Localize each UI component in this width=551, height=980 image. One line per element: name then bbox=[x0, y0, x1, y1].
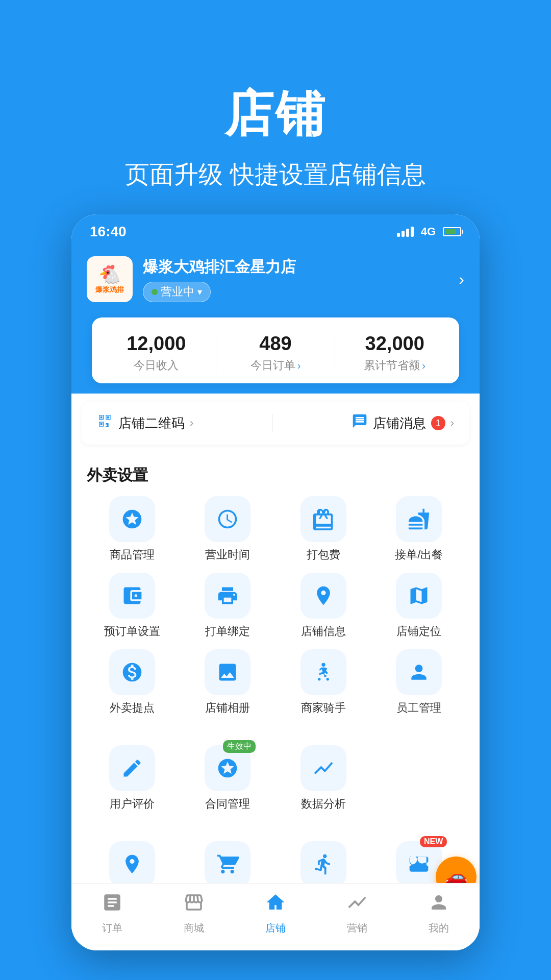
voucher-badge: NEW bbox=[420, 836, 447, 847]
print-label: 打单绑定 bbox=[205, 624, 250, 639]
analytics-label: 数据分析 bbox=[301, 796, 346, 812]
middle-section: 用户评价 生效中 合同管理 bbox=[71, 733, 480, 824]
packing-label: 打包费 bbox=[307, 547, 340, 562]
message-arrow: › bbox=[450, 416, 454, 430]
contract-icon: 生效中 bbox=[205, 745, 251, 791]
tip-label: 外卖提点 bbox=[110, 700, 155, 716]
page-title: 店铺 bbox=[0, 82, 551, 148]
nav-mine-label: 我的 bbox=[429, 921, 449, 935]
phone-bottom-nav: 订单 商城 店铺 bbox=[71, 883, 480, 950]
store-header[interactable]: 🐔 爆浆鸡排 爆浆大鸡排汇金星力店 营业中 ▾ › bbox=[71, 246, 480, 317]
store-arrow-icon[interactable]: › bbox=[459, 270, 464, 289]
item-contract[interactable]: 生效中 合同管理 bbox=[183, 745, 273, 812]
message-label: 店铺消息 bbox=[373, 414, 426, 432]
nav-store-icon bbox=[265, 892, 286, 918]
signal-bars bbox=[397, 227, 414, 237]
stats-card: 12,000 今日收入 489 今日订单 › 32,000 累计节省额 › bbox=[92, 317, 459, 383]
network-label: 4G bbox=[421, 225, 436, 238]
nav-mine[interactable]: 我的 bbox=[398, 892, 480, 935]
stat-revenue-value: 12,000 bbox=[102, 333, 211, 355]
rider-label: 商家骑手 bbox=[301, 700, 346, 716]
message-icon bbox=[352, 413, 368, 433]
nav-shop-icon bbox=[183, 892, 205, 918]
group-buy-icon bbox=[109, 841, 155, 887]
store-info-label: 店铺信息 bbox=[301, 624, 346, 639]
qr-label: 店铺二维码 bbox=[118, 414, 185, 432]
rider-icon bbox=[300, 649, 346, 695]
item-accept-order[interactable]: 接单/出餐 bbox=[374, 496, 465, 562]
review-icon bbox=[109, 745, 155, 791]
stat-revenue-label: 今日收入 bbox=[102, 358, 211, 373]
hours-label: 营业时间 bbox=[205, 547, 250, 562]
qr-arrow: › bbox=[190, 416, 193, 430]
status-chevron: ▾ bbox=[197, 286, 202, 298]
bag-icon bbox=[300, 496, 346, 542]
item-analytics[interactable]: 数据分析 bbox=[278, 745, 369, 812]
message-badge: 1 bbox=[431, 416, 445, 430]
battery-icon bbox=[443, 227, 461, 236]
status-dot bbox=[152, 289, 158, 295]
item-rider[interactable]: 商家骑手 bbox=[278, 649, 369, 716]
errand-icon bbox=[300, 841, 346, 887]
nav-mine-icon bbox=[428, 892, 449, 918]
nav-orders-label: 订单 bbox=[102, 921, 122, 935]
store-name: 爆浆大鸡排汇金星力店 bbox=[143, 257, 454, 278]
item-packing-fee[interactable]: 打包费 bbox=[278, 496, 369, 562]
product-label: 商品管理 bbox=[110, 547, 155, 562]
scan-icon bbox=[205, 841, 251, 887]
status-badge[interactable]: 营业中 ▾ bbox=[143, 282, 211, 302]
status-bar: 16:40 4G bbox=[71, 214, 480, 246]
item-product-mgmt[interactable]: 商品管理 bbox=[87, 496, 178, 562]
location-icon bbox=[396, 573, 442, 619]
item-bind-print[interactable]: 打单绑定 bbox=[183, 573, 273, 639]
fork-icon bbox=[396, 496, 442, 542]
nav-orders-icon bbox=[102, 892, 123, 918]
stat-savings-label: 累计节省额 › bbox=[340, 358, 449, 373]
nav-marketing[interactable]: 营销 bbox=[316, 892, 398, 935]
item-store-info[interactable]: 店铺信息 bbox=[278, 573, 369, 639]
photo-icon bbox=[205, 649, 251, 695]
staff-label: 员工管理 bbox=[396, 700, 441, 716]
item-delivery-tip[interactable]: 外卖提点 bbox=[87, 649, 178, 716]
nav-store-label: 店铺 bbox=[265, 921, 286, 935]
item-store-location[interactable]: 店铺定位 bbox=[374, 573, 465, 639]
location-label: 店铺定位 bbox=[396, 624, 441, 639]
delivery-section: 外卖设置 商品管理 bbox=[71, 453, 480, 728]
nav-marketing-icon bbox=[346, 892, 368, 918]
item-reviews[interactable]: 用户评价 bbox=[87, 745, 178, 812]
staff-icon bbox=[396, 649, 442, 695]
delivery-section-title: 外卖设置 bbox=[87, 465, 464, 486]
stat-savings[interactable]: 32,000 累计节省额 › bbox=[340, 333, 449, 373]
item-store-photos[interactable]: 店铺相册 bbox=[183, 649, 273, 716]
photo-label: 店铺相册 bbox=[205, 700, 250, 716]
print-icon bbox=[205, 573, 251, 619]
contract-label: 合同管理 bbox=[205, 796, 250, 812]
qr-icon bbox=[97, 413, 113, 433]
product-icon bbox=[109, 496, 155, 542]
contract-badge: 生效中 bbox=[223, 740, 256, 753]
item-staff[interactable]: 员工管理 bbox=[374, 649, 465, 716]
store-info-icon bbox=[300, 573, 346, 619]
review-label: 用户评价 bbox=[110, 796, 155, 812]
status-time: 16:40 bbox=[90, 224, 127, 240]
qr-link[interactable]: 店铺二维码 › bbox=[97, 413, 193, 433]
stat-savings-value: 32,000 bbox=[340, 333, 449, 355]
item-preorder[interactable]: 预订单设置 bbox=[87, 573, 178, 639]
item-business-hours[interactable]: 营业时间 bbox=[183, 496, 273, 562]
middle-grid: 用户评价 生效中 合同管理 bbox=[87, 745, 464, 812]
message-link[interactable]: 店铺消息 1 › bbox=[352, 413, 454, 433]
status-text: 营业中 bbox=[161, 284, 194, 300]
nav-shop[interactable]: 商城 bbox=[153, 892, 235, 935]
status-icons: 4G bbox=[397, 225, 461, 238]
tip-icon bbox=[109, 649, 155, 695]
store-status-row: 营业中 ▾ bbox=[143, 282, 454, 302]
delivery-grid: 商品管理 营业时间 bbox=[87, 496, 464, 716]
preorder-icon bbox=[109, 573, 155, 619]
nav-orders[interactable]: 订单 bbox=[71, 892, 153, 935]
clock-icon bbox=[205, 496, 251, 542]
stat-revenue[interactable]: 12,000 今日收入 bbox=[102, 333, 211, 373]
nav-store[interactable]: 店铺 bbox=[235, 892, 316, 935]
page-header: 店铺 页面升级 快捷设置店铺信息 bbox=[0, 0, 551, 191]
stat-orders[interactable]: 489 今日订单 › bbox=[221, 333, 330, 373]
stat-orders-label: 今日订单 › bbox=[221, 358, 330, 373]
